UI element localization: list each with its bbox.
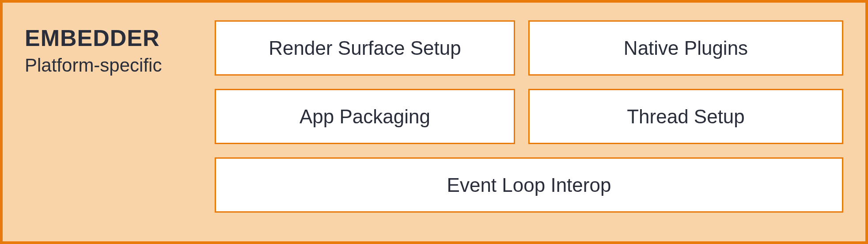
boxes-column: Render Surface Setup Native Plugins App … [215, 20, 843, 224]
embedder-diagram: EMBEDDER Platform-specific Render Surfac… [0, 0, 868, 244]
row-2: App Packaging Thread Setup [215, 89, 843, 144]
row-3: Event Loop Interop [215, 157, 843, 213]
diagram-title: EMBEDDER [25, 25, 215, 51]
box-native-plugins: Native Plugins [528, 20, 843, 76]
box-thread-setup: Thread Setup [528, 89, 843, 144]
row-1: Render Surface Setup Native Plugins [215, 20, 843, 76]
header-column: EMBEDDER Platform-specific [25, 20, 215, 224]
box-render-surface: Render Surface Setup [215, 20, 515, 76]
box-app-packaging: App Packaging [215, 89, 515, 144]
box-event-loop: Event Loop Interop [215, 157, 843, 213]
diagram-subtitle: Platform-specific [25, 55, 215, 76]
